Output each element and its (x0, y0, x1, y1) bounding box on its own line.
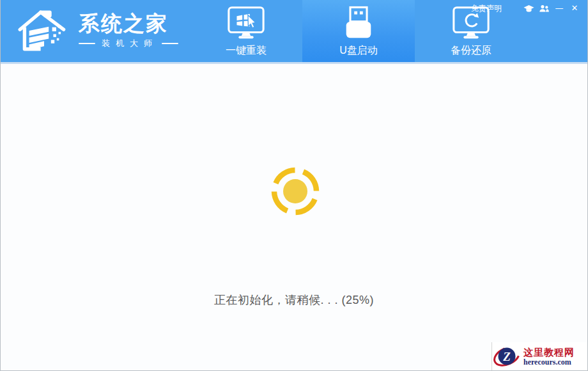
subtitle-dash-left (79, 43, 95, 44)
status-text: 正在初始化，请稍候. . . (25%) (1, 292, 587, 308)
tab-one-key-reinstall[interactable]: 一键重装 (190, 0, 302, 62)
header-bar: 系统之家 装机大师 (1, 0, 587, 64)
window-controls: 免责声明 — ✕ (471, 3, 581, 14)
house-logo-icon (15, 8, 74, 54)
logo-title: 系统之家 (79, 12, 178, 35)
watermark-site-name: 这里教程网 (523, 347, 575, 358)
svg-text:Z: Z (502, 350, 511, 363)
tab-label: 备份还原 (451, 44, 491, 58)
app-logo: 系统之家 装机大师 (15, 8, 178, 54)
feedback-cap-icon[interactable] (522, 3, 535, 14)
watermark-badge: Z 这里教程网 herecours.com (491, 342, 587, 370)
users-icon[interactable] (538, 3, 550, 14)
logo-text: 系统之家 装机大师 (79, 12, 178, 49)
disclaimer-link[interactable]: 免责声明 (471, 3, 502, 14)
tab-label: 一键重装 (226, 44, 267, 58)
usb-drive-icon (341, 3, 376, 43)
monitor-reinstall-icon (226, 3, 266, 43)
subtitle-dash-right (162, 43, 178, 44)
main-panel: 正在初始化，请稍候. . . (25%) Z 这里教程网 herecours.c… (1, 64, 587, 370)
watermark-site-url: herecours.com (523, 358, 575, 367)
tab-label: U盘启动 (339, 44, 378, 58)
watermark-z-logo: Z (493, 343, 522, 370)
tab-usb-boot[interactable]: U盘启动 (302, 0, 415, 62)
minimize-button[interactable]: — (553, 3, 566, 14)
watermark-text: 这里教程网 herecours.com (523, 347, 575, 367)
app-window: 系统之家 装机大师 (0, 0, 588, 371)
logo-subtitle: 装机大师 (102, 38, 158, 49)
loading-spinner-icon (269, 165, 321, 217)
close-button[interactable]: ✕ (568, 3, 581, 14)
